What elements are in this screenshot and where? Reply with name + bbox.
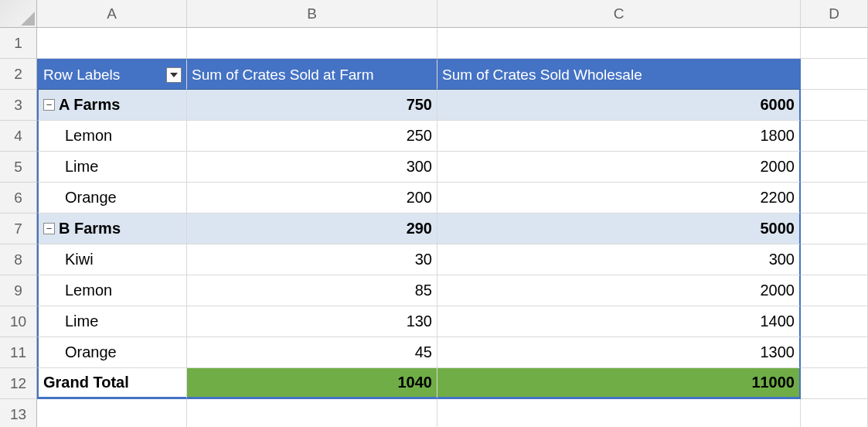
cell-D10[interactable]	[801, 306, 868, 337]
collapse-a-farms[interactable]: −	[43, 99, 55, 111]
group-a-farms-text: A Farms	[59, 96, 120, 114]
cell-D8[interactable]	[801, 244, 868, 275]
row-header-4[interactable]: 4	[0, 121, 37, 152]
item-b-lemon-label[interactable]: Lemon	[37, 275, 187, 306]
row-header-2[interactable]: 2	[0, 59, 37, 90]
group-b-farms-label[interactable]: − B Farms	[37, 214, 187, 244]
row-header-12[interactable]: 12	[0, 368, 37, 399]
collapse-b-farms[interactable]: −	[43, 223, 55, 234]
row-header-5[interactable]: 5	[0, 152, 37, 183]
row-header-13[interactable]: 13	[0, 399, 37, 427]
cell-B1[interactable]	[187, 28, 437, 59]
cell-D9[interactable]	[801, 275, 868, 306]
group-a-farms-sum-b[interactable]: 750	[187, 90, 437, 121]
grand-total-c[interactable]: 11000	[437, 368, 801, 399]
item-a-lime-b[interactable]: 300	[187, 152, 437, 183]
row-header-6[interactable]: 6	[0, 183, 37, 214]
item-b-lime-c[interactable]: 1400	[437, 306, 801, 337]
cell-B13[interactable]	[187, 399, 437, 427]
col-header-D[interactable]: D	[801, 0, 868, 28]
row-header-8[interactable]: 8	[0, 244, 37, 275]
item-a-orange-c[interactable]: 2200	[437, 183, 801, 214]
group-b-farms-sum-c[interactable]: 5000	[437, 214, 801, 244]
cell-A1[interactable]	[37, 28, 187, 59]
cell-D13[interactable]	[801, 399, 868, 427]
row-header-7[interactable]: 7	[0, 214, 37, 244]
item-b-lemon-b[interactable]: 85	[187, 275, 437, 306]
grand-total-b[interactable]: 1040	[187, 368, 437, 399]
cell-D6[interactable]	[801, 183, 868, 214]
row-header-9[interactable]: 9	[0, 275, 37, 306]
cell-D4[interactable]	[801, 121, 868, 152]
cell-D2[interactable]	[801, 59, 868, 90]
cell-D12[interactable]	[801, 368, 868, 399]
item-a-lime-label[interactable]: Lime	[37, 152, 187, 183]
item-a-lemon-label[interactable]: Lemon	[37, 121, 187, 152]
row-header-10[interactable]: 10	[0, 306, 37, 337]
col-header-A[interactable]: A	[37, 0, 187, 28]
group-b-farms-sum-b[interactable]: 290	[187, 214, 437, 244]
item-b-lime-b[interactable]: 130	[187, 306, 437, 337]
pivot-rowlabels-header[interactable]: Row Labels	[37, 59, 187, 90]
item-b-orange-label[interactable]: Orange	[37, 337, 187, 368]
group-a-farms-label[interactable]: − A Farms	[37, 90, 187, 121]
item-b-lemon-c[interactable]: 2000	[437, 275, 801, 306]
item-b-kiwi-label[interactable]: Kiwi	[37, 244, 187, 275]
group-b-farms-text: B Farms	[59, 220, 121, 237]
select-all-corner[interactable]	[0, 0, 37, 28]
cell-D11[interactable]	[801, 337, 868, 368]
item-a-lemon-b[interactable]: 250	[187, 121, 437, 152]
cell-D7[interactable]	[801, 214, 868, 244]
cell-A13[interactable]	[37, 399, 187, 427]
item-a-lime-c[interactable]: 2000	[437, 152, 801, 183]
item-b-orange-b[interactable]: 45	[187, 337, 437, 368]
row-header-3[interactable]: 3	[0, 90, 37, 121]
item-a-lemon-c[interactable]: 1800	[437, 121, 801, 152]
item-b-kiwi-b[interactable]: 30	[187, 244, 437, 275]
spreadsheet-grid: A B C D 1 2 Row Labels Sum of Crates Sol…	[0, 0, 868, 427]
cell-C13[interactable]	[437, 399, 801, 427]
cell-D3[interactable]	[801, 90, 868, 121]
pivot-col-c-header[interactable]: Sum of Crates Sold Wholesale	[437, 59, 801, 90]
item-b-kiwi-c[interactable]: 300	[437, 244, 801, 275]
col-header-C[interactable]: C	[437, 0, 801, 28]
cell-C1[interactable]	[437, 28, 801, 59]
item-a-orange-b[interactable]: 200	[187, 183, 437, 214]
item-b-lime-label[interactable]: Lime	[37, 306, 187, 337]
item-a-orange-label[interactable]: Orange	[37, 183, 187, 214]
chevron-down-icon	[170, 73, 178, 77]
item-b-orange-c[interactable]: 1300	[437, 337, 801, 368]
pivot-col-b-header[interactable]: Sum of Crates Sold at Farm	[187, 59, 437, 90]
rowlabels-filter-dropdown[interactable]	[166, 67, 182, 83]
group-a-farms-sum-c[interactable]: 6000	[437, 90, 801, 121]
grand-total-label[interactable]: Grand Total	[37, 368, 187, 399]
row-header-11[interactable]: 11	[0, 337, 37, 368]
row-header-1[interactable]: 1	[0, 28, 37, 59]
pivot-rowlabels-text: Row Labels	[43, 67, 120, 84]
cell-D5[interactable]	[801, 152, 868, 183]
cell-D1[interactable]	[801, 28, 868, 59]
col-header-B[interactable]: B	[187, 0, 437, 28]
